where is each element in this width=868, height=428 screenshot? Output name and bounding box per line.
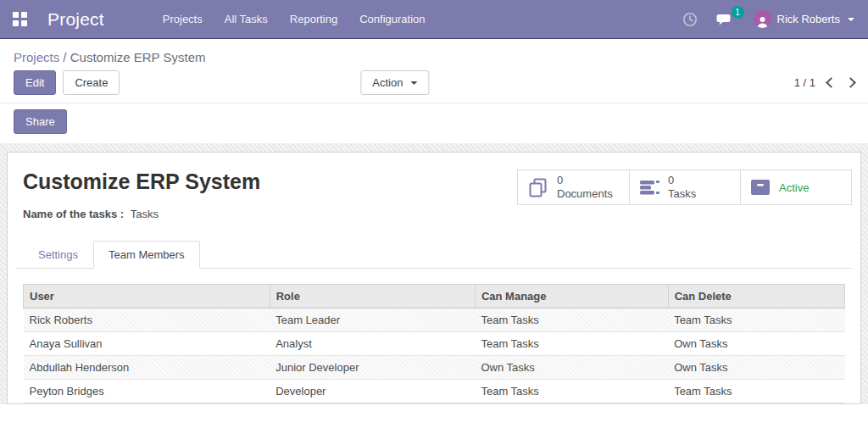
stat-button-group: 0 Documents 0 Tasks [517, 170, 852, 205]
share-button[interactable]: Share [14, 109, 67, 134]
table-row[interactable]: Abdullah Henderson Junior Developer Own … [24, 356, 845, 380]
cell-can-delete[interactable]: No Access [668, 403, 844, 405]
cell-can-manage[interactable]: Own Tasks [475, 356, 668, 380]
main-menu: Projects All Tasks Reporting Configurati… [152, 0, 437, 38]
documents-count: 0 [557, 174, 613, 187]
page-title: Customize ERP System [23, 170, 517, 194]
cell-role[interactable]: Analyst [270, 332, 475, 356]
team-members-table: User Role Can Manage Can Delete Rick Rob… [23, 284, 845, 404]
action-dropdown-button[interactable]: Action [360, 70, 429, 95]
action-dropdown-label: Action [372, 76, 403, 89]
app-title[interactable]: Project [47, 9, 104, 30]
tasks-label: Tasks [668, 187, 696, 201]
form-background: Customize ERP System Name of the tasks :… [0, 143, 868, 404]
title-block: Customize ERP System Name of the tasks :… [16, 170, 517, 220]
pager-count[interactable]: 1 / 1 [794, 76, 815, 89]
table-row[interactable]: Anaya Sullivan Analyst Team Tasks Own Ta… [24, 332, 845, 356]
chevron-down-icon [410, 81, 417, 85]
form-sheet: Customize ERP System Name of the tasks :… [7, 152, 861, 404]
clock-icon [682, 12, 698, 27]
menu-item-projects[interactable]: Projects [152, 0, 214, 38]
navbar: Project Projects All Tasks Reporting Con… [0, 0, 868, 39]
table-row[interactable]: Rick Roberts Team Leader Team Tasks Team… [24, 308, 845, 332]
user-name: Rick Roberts [777, 13, 840, 25]
cell-role[interactable]: Team Leader [270, 308, 475, 332]
activities-clock-icon[interactable] [682, 12, 698, 27]
cell-can-manage[interactable]: Own Tasks [475, 403, 668, 405]
menu-item-reporting[interactable]: Reporting [279, 0, 348, 38]
active-stat-button[interactable]: Active [740, 170, 851, 204]
chevron-down-icon [848, 18, 854, 21]
column-header-role[interactable]: Role [270, 285, 475, 308]
cell-user[interactable]: Anaya Sullivan [24, 332, 270, 356]
tasks-stat-text: 0 Tasks [668, 174, 696, 202]
tasks-name-label: Name of the tasks : [23, 208, 124, 220]
tasks-name-field: Name of the tasks : Tasks [23, 208, 517, 220]
pager-next-icon[interactable] [845, 77, 856, 88]
tab-settings[interactable]: Settings [23, 241, 93, 269]
cell-can-manage[interactable]: Team Tasks [475, 380, 668, 403]
sheet-header: Customize ERP System Name of the tasks :… [16, 170, 852, 220]
documents-label: Documents [557, 187, 613, 201]
table-header-row: User Role Can Manage Can Delete [24, 285, 845, 308]
edit-button[interactable]: Edit [14, 70, 56, 95]
cell-user[interactable]: Abdullah Henderson [24, 356, 270, 380]
messages-icon-button[interactable]: 1 [716, 12, 735, 27]
cell-role[interactable]: Junior Developer [270, 356, 475, 380]
team-members-table-wrap: User Role Can Manage Can Delete Rick Rob… [16, 284, 852, 404]
create-button[interactable]: Create [63, 70, 120, 95]
documents-stat-text: 0 Documents [557, 174, 613, 202]
cell-user[interactable]: Rick Roberts [24, 308, 270, 332]
notebook-tabs: Settings Team Members [16, 241, 852, 269]
cell-can-manage[interactable]: Team Tasks [475, 332, 668, 356]
tasks-name-value: Tasks [131, 208, 159, 220]
archive-box-icon [749, 177, 771, 197]
apps-grid-icon-glyph [13, 12, 27, 26]
breadcrumb: Projects / Customize ERP System [0, 39, 868, 70]
pager-previous-icon[interactable] [826, 77, 837, 88]
active-status-label: Active [779, 181, 809, 194]
share-row: Share [0, 103, 868, 143]
tasks-list-icon [638, 177, 660, 197]
person-icon [756, 15, 769, 28]
cell-user[interactable]: Peyton Bridges [24, 380, 270, 403]
cell-can-delete[interactable]: Team Tasks [668, 380, 844, 403]
column-header-can-manage[interactable]: Can Manage [475, 285, 668, 308]
cell-user[interactable]: Harleen Hunt [24, 403, 270, 405]
cell-can-delete[interactable]: Own Tasks [668, 356, 844, 380]
tasks-count: 0 [668, 174, 696, 187]
apps-grid-icon[interactable] [7, 7, 32, 32]
documents-icon [526, 176, 549, 199]
action-dropdown-wrap: Action [360, 70, 429, 95]
cell-can-delete[interactable]: Team Tasks [668, 308, 844, 332]
breadcrumb-parent-link[interactable]: Projects [14, 50, 59, 64]
navbar-right: 1 Rick Roberts [682, 10, 854, 28]
avatar [754, 10, 771, 28]
cell-can-delete[interactable]: Own Tasks [668, 332, 844, 356]
messages-count-badge: 1 [732, 6, 744, 19]
tasks-stat-button[interactable]: 0 Tasks [629, 170, 740, 204]
breadcrumb-separator: / [63, 50, 70, 64]
user-menu[interactable]: Rick Roberts [754, 10, 854, 28]
breadcrumb-current: Customize ERP System [70, 50, 206, 64]
cell-role[interactable]: Developer [270, 380, 475, 403]
menu-item-configuration[interactable]: Configuration [348, 0, 436, 38]
cell-can-manage[interactable]: Team Tasks [475, 308, 668, 332]
tab-team-members[interactable]: Team Members [93, 241, 200, 269]
table-row[interactable]: Harleen Hunt QA Engineer Own Tasks No Ac… [24, 403, 845, 405]
cell-role[interactable]: QA Engineer [270, 403, 475, 405]
menu-item-all-tasks[interactable]: All Tasks [214, 0, 279, 38]
control-panel: Edit Create Action 1 / 1 [0, 70, 868, 103]
column-header-user[interactable]: User [24, 285, 270, 308]
table-row[interactable]: Peyton Bridges Developer Team Tasks Team… [24, 380, 845, 403]
documents-stat-button[interactable]: 0 Documents [518, 170, 629, 204]
pager: 1 / 1 [794, 76, 854, 89]
column-header-can-delete[interactable]: Can Delete [668, 285, 844, 308]
